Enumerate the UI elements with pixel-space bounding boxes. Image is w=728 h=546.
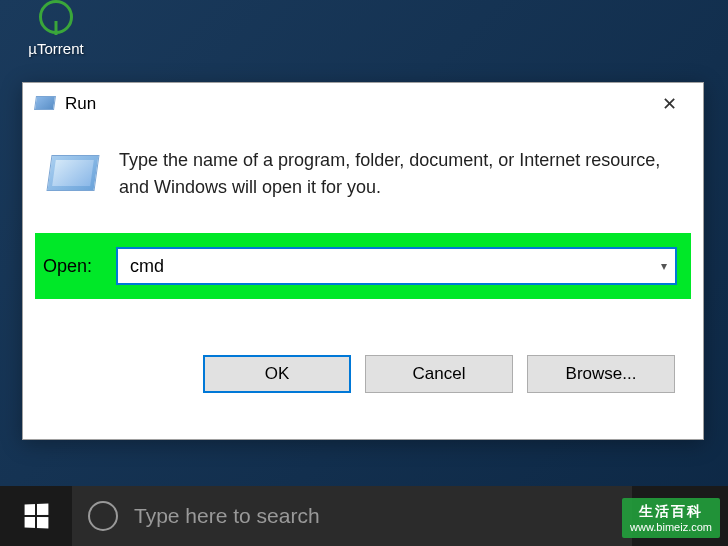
- close-button[interactable]: ✕: [647, 89, 691, 119]
- utorrent-icon: [32, 0, 80, 38]
- button-row: OK Cancel Browse...: [49, 355, 677, 393]
- browse-button[interactable]: Browse...: [527, 355, 675, 393]
- highlight-box: Open: ▾: [35, 233, 691, 299]
- open-row: Open: ▾: [49, 247, 677, 285]
- start-button[interactable]: [0, 486, 72, 546]
- cortana-icon: [88, 501, 118, 531]
- taskbar-search[interactable]: Type here to search: [72, 486, 632, 546]
- watermark: 生活百科 www.bimeiz.com: [622, 498, 720, 538]
- run-icon-large: [46, 155, 99, 191]
- desktop-icon-label: µTorrent: [18, 40, 94, 57]
- watermark-title: 生活百科: [630, 502, 712, 520]
- watermark-url: www.bimeiz.com: [630, 520, 712, 534]
- ok-button[interactable]: OK: [203, 355, 351, 393]
- dialog-body: Type the name of a program, folder, docu…: [23, 125, 703, 411]
- open-input[interactable]: [116, 247, 677, 285]
- dialog-description: Type the name of a program, folder, docu…: [119, 147, 677, 201]
- open-combobox[interactable]: ▾: [116, 247, 677, 285]
- search-placeholder: Type here to search: [134, 504, 320, 528]
- window-title: Run: [65, 94, 647, 114]
- run-dialog: Run ✕ Type the name of a program, folder…: [22, 82, 704, 440]
- windows-logo-icon: [25, 503, 49, 528]
- cancel-button[interactable]: Cancel: [365, 355, 513, 393]
- run-icon: [35, 96, 55, 112]
- info-row: Type the name of a program, folder, docu…: [49, 147, 677, 201]
- desktop-icon-utorrent[interactable]: µTorrent: [18, 0, 94, 57]
- close-icon: ✕: [662, 93, 677, 115]
- taskbar: Type here to search: [0, 486, 728, 546]
- open-label: Open:: [43, 256, 92, 277]
- titlebar[interactable]: Run ✕: [23, 83, 703, 125]
